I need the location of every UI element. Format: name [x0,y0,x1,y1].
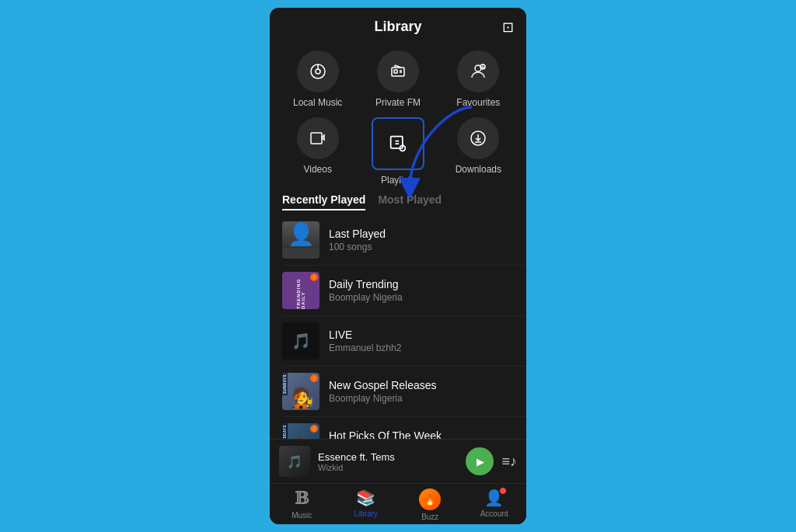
song-thumb-4: 🧑‍🎤 ! SUNDAYS [282,373,319,410]
song-item-2[interactable]: DAILY TRENDING ! Daily Trending Boomplay… [282,266,526,316]
playlists-icon [387,133,409,155]
videos-circle [297,117,339,159]
queue-icon[interactable]: ≡♪ [501,454,517,470]
song-sub-1: 100 songs [329,242,514,252]
bottom-nav: 𝔹 Music 📚 Library 🔥 Buzz 👤 Account [270,483,526,524]
tab-most-played[interactable]: Most Played [378,193,442,210]
buzz-nav-label: Buzz [421,513,438,521]
song-thumb-5: 🧑 ! TUESDAYS [282,423,319,439]
song-item-4[interactable]: 🧑‍🎤 ! SUNDAYS New Gospel Releases Boompl… [282,367,526,417]
phone-container: Library ⊡ Local Music [270,8,526,524]
videos-icon [309,129,327,148]
gospel-badge: ! [310,374,318,382]
song-thumb-3: 🎵 [282,322,319,360]
private-fm-label: Private FM [375,97,421,108]
private-fm-icon [389,62,407,81]
song-title-2: Daily Trending [329,278,514,290]
mini-thumb: 🎵 [279,446,310,477]
music-nav-icon: 𝔹 [295,489,309,509]
mini-artist: Wizkid [318,463,458,472]
downloads-icon [469,129,487,148]
nav-buzz[interactable]: 🔥 Buzz [398,489,463,521]
mini-info: Essence ft. Tems Wizkid [318,451,458,472]
local-music-item[interactable]: Local Music [282,50,353,108]
song-info-2: Daily Trending Boomplay Nigeria [329,278,514,303]
buzz-nav-icon: 🔥 [419,489,441,510]
favourites-circle [457,50,499,92]
song-info-5: Hot Picks Of The Week Boomplay Nigeria [329,429,514,439]
song-item-5[interactable]: 🧑 ! TUESDAYS Hot Picks Of The Week Boomp… [282,417,526,439]
nav-library[interactable]: 📚 Library [334,489,399,521]
song-info-1: Last Played 100 songs [329,228,514,252]
expand-icon[interactable]: ⊡ [502,19,514,36]
private-fm-item[interactable]: Private FM [362,50,433,108]
song-sub-3: Emmanuel bzhh2 [329,342,514,353]
music-nav-label: Music [292,511,312,520]
downloads-circle [457,117,499,159]
local-music-circle [297,50,339,92]
song-info-4: New Gospel Releases Boomplay Nigeria [329,379,514,404]
song-item-3[interactable]: 🎵 LIVE Emmanuel bzhh2 [282,316,526,367]
account-nav-icon: 👤 [484,489,504,507]
nav-music[interactable]: 𝔹 Music [270,489,334,521]
playlists-item[interactable]: Playlists [362,117,433,186]
library-nav-label: Library [354,509,378,518]
trending-badge: ! [310,273,318,281]
playlists-box [372,117,424,170]
header: Library ⊡ [270,8,526,43]
private-fm-circle [377,50,419,92]
svg-rect-12 [311,133,322,144]
song-sub-2: Boomplay Nigeria [329,292,514,303]
tabs-row: Recently Played Most Played [270,186,526,215]
favourites-label: Favourites [456,97,500,108]
downloads-label: Downloads [456,164,501,175]
song-info-3: LIVE Emmanuel bzhh2 [329,329,514,353]
song-sub-4: Boomplay Nigeria [329,393,514,404]
icon-grid: Local Music Private FM [270,43,526,186]
tab-recently-played[interactable]: Recently Played [282,193,365,210]
song-list: Last Played 100 songs DAILY TRENDING ! D… [270,215,526,439]
play-button[interactable] [466,447,494,475]
account-badge [499,487,507,495]
song-title-5: Hot Picks Of The Week [329,429,514,439]
favourites-item[interactable]: Favourites [443,50,514,108]
song-thumb-1 [282,221,319,259]
song-item-1[interactable]: Last Played 100 songs [282,215,526,266]
videos-item[interactable]: Videos [282,117,353,186]
videos-label: Videos [303,164,331,175]
svg-rect-6 [394,70,397,73]
downloads-item[interactable]: Downloads [443,117,514,186]
hotpicks-badge: ! [310,425,318,433]
svg-point-1 [316,69,320,74]
favourites-icon [469,62,487,81]
local-music-label: Local Music [293,97,342,108]
song-title-1: Last Played [329,228,514,240]
mini-player[interactable]: 🎵 Essence ft. Tems Wizkid ≡♪ [270,439,526,483]
mini-title: Essence ft. Tems [318,451,458,463]
library-nav-icon: 📚 [356,489,375,507]
song-title-4: New Gospel Releases [329,379,514,391]
song-thumb-2: DAILY TRENDING ! [282,272,319,309]
account-nav-label: Account [480,509,508,518]
nav-account[interactable]: 👤 Account [463,489,527,521]
song-title-3: LIVE [329,329,514,341]
local-music-icon [309,62,327,81]
page-title: Library [374,19,421,35]
playlists-label: Playlists [381,175,415,186]
